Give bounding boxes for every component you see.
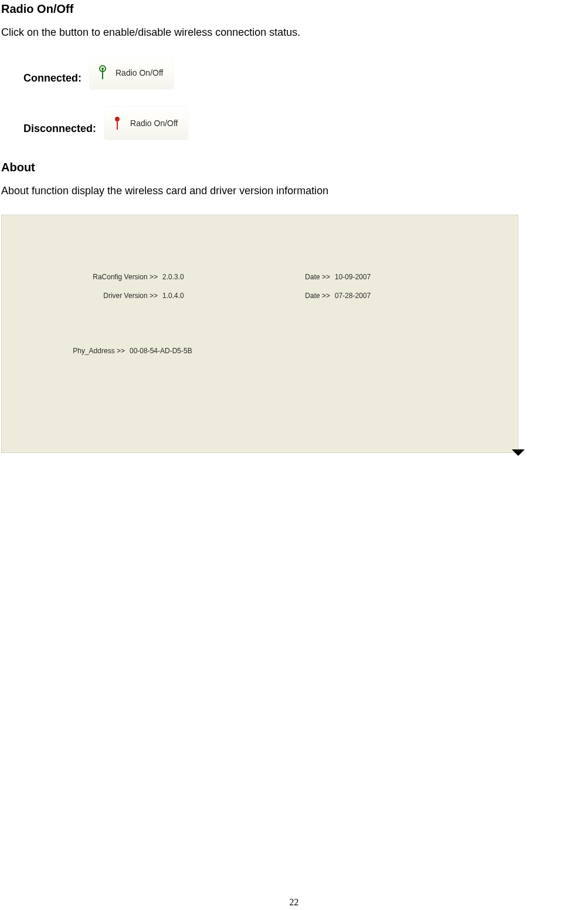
svg-point-2 xyxy=(101,67,104,70)
disconnected-icon xyxy=(109,116,125,131)
raconfig-version-value: 2.0.3.0 xyxy=(161,273,184,281)
about-panel: RaConfig Version >> 2.0.3.0 Date >> 10-0… xyxy=(1,215,518,453)
driver-version-label: Driver Version >> xyxy=(70,292,161,300)
dropdown-arrow-icon[interactable] xyxy=(512,449,525,456)
radio-button-label: Radio On/Off xyxy=(115,68,163,77)
disconnected-label: Disconnected: xyxy=(23,112,104,135)
raconfig-version-label: RaConfig Version >> xyxy=(70,273,161,281)
heading-radio-on-off: Radio On/Off xyxy=(1,2,588,16)
radio-on-off-button-disconnected[interactable]: Radio On/Off xyxy=(104,107,188,140)
about-description: About function display the wireless card… xyxy=(1,185,588,197)
driver-date-label: Date >> xyxy=(283,292,334,300)
phy-address-value: 00-08-54-AD-D5-5B xyxy=(128,347,192,355)
driver-date-value: 07-28-2007 xyxy=(334,292,371,300)
connected-icon xyxy=(94,65,111,81)
heading-about: About xyxy=(1,161,588,174)
driver-version-value: 1.0.4.0 xyxy=(161,292,184,300)
page-number: 22 xyxy=(0,897,588,908)
radio-on-off-button-connected[interactable]: Radio On/Off xyxy=(90,56,174,89)
radio-button-label: Radio On/Off xyxy=(130,119,178,128)
radio-description: Click on the button to enable/disable wi… xyxy=(1,26,588,39)
raconfig-date-value: 10-09-2007 xyxy=(334,273,371,281)
raconfig-date-label: Date >> xyxy=(283,273,334,281)
svg-point-4 xyxy=(115,117,120,121)
connected-label: Connected: xyxy=(23,62,90,84)
phy-address-label: Phy_Address >> xyxy=(55,347,128,355)
